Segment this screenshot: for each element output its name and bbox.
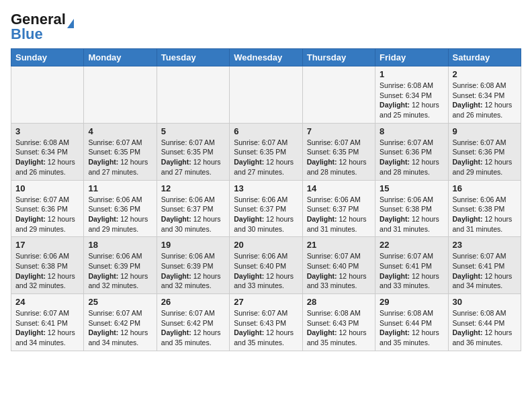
day-info: Sunrise: 6:06 AM [234,251,298,261]
calendar-week-0: 1Sunrise: 6:08 AMSunset: 6:34 PMDaylight… [11,66,521,124]
day-info: Daylight: 12 hours and 35 minutes. [380,328,443,347]
calendar-cell: 6Sunrise: 6:07 AMSunset: 6:35 PMDaylight… [230,123,302,180]
day-info: Daylight: 12 hours and 34 minutes. [15,328,79,347]
calendar-cell: 13Sunrise: 6:06 AMSunset: 6:37 PMDayligh… [230,180,302,237]
day-number: 29 [380,297,443,307]
day-info: Sunrise: 6:07 AM [307,138,371,148]
calendar-week-1: 3Sunrise: 6:08 AMSunset: 6:34 PMDaylight… [11,123,521,180]
day-number: 6 [234,126,298,136]
calendar-cell: 2Sunrise: 6:08 AMSunset: 6:34 PMDaylight… [448,66,521,124]
calendar-cell: 3Sunrise: 6:08 AMSunset: 6:34 PMDaylight… [11,123,84,180]
day-info: Sunrise: 6:06 AM [453,195,517,205]
day-number: 1 [380,69,443,79]
calendar-cell: 24Sunrise: 6:07 AMSunset: 6:41 PMDayligh… [11,294,84,351]
day-number: 18 [88,240,152,250]
day-number: 17 [15,240,79,250]
day-info: Daylight: 12 hours and 32 minutes. [88,271,152,291]
calendar-cell: 9Sunrise: 6:07 AMSunset: 6:36 PMDaylight… [448,123,521,180]
day-info: Daylight: 12 hours and 35 minutes. [307,328,371,347]
day-info: Sunset: 6:39 PM [161,261,225,271]
day-number: 14 [307,183,371,193]
calendar-table: SundayMondayTuesdayWednesdayThursdayFrid… [11,48,521,351]
day-info: Sunset: 6:36 PM [88,204,152,214]
day-header-sunday: Sunday [11,49,84,66]
day-info: Sunset: 6:42 PM [161,318,225,328]
day-info: Sunrise: 6:08 AM [380,308,443,318]
day-number: 23 [453,240,517,250]
day-info: Sunrise: 6:07 AM [88,308,152,318]
day-header-saturday: Saturday [448,49,521,66]
day-info: Sunrise: 6:08 AM [307,308,371,318]
day-info: Sunrise: 6:06 AM [307,195,371,205]
calendar-cell: 8Sunrise: 6:07 AMSunset: 6:36 PMDaylight… [375,123,448,180]
day-info: Sunset: 6:40 PM [307,261,371,271]
day-info: Sunset: 6:36 PM [380,147,443,157]
calendar-cell [84,66,157,124]
day-info: Sunset: 6:43 PM [307,318,371,328]
day-info: Daylight: 12 hours and 31 minutes. [307,214,371,234]
day-info: Sunset: 6:44 PM [380,318,443,328]
day-info: Sunset: 6:35 PM [88,147,152,157]
day-number: 15 [380,183,443,193]
day-info: Sunrise: 6:07 AM [234,138,298,148]
calendar-cell: 28Sunrise: 6:08 AMSunset: 6:43 PMDayligh… [302,294,375,351]
day-info: Sunset: 6:34 PM [380,91,443,101]
day-info: Sunrise: 6:08 AM [453,81,517,91]
day-info: Daylight: 12 hours and 33 minutes. [307,271,371,291]
day-info: Sunrise: 6:07 AM [380,251,443,261]
day-info: Daylight: 12 hours and 33 minutes. [380,271,443,291]
calendar-cell: 5Sunrise: 6:07 AMSunset: 6:35 PMDaylight… [157,123,229,180]
calendar-cell: 17Sunrise: 6:06 AMSunset: 6:38 PMDayligh… [11,237,84,294]
day-info: Sunrise: 6:08 AM [380,81,443,91]
calendar-cell: 30Sunrise: 6:08 AMSunset: 6:44 PMDayligh… [448,294,521,351]
day-info: Daylight: 12 hours and 36 minutes. [453,328,517,347]
day-info: Sunrise: 6:07 AM [15,308,79,318]
day-info: Daylight: 12 hours and 31 minutes. [453,214,517,234]
calendar-cell: 12Sunrise: 6:06 AMSunset: 6:37 PMDayligh… [157,180,229,237]
calendar-cell [230,66,302,124]
day-info: Sunrise: 6:06 AM [161,251,225,261]
day-info: Sunset: 6:42 PM [88,318,152,328]
day-number: 27 [234,297,298,307]
day-info: Sunrise: 6:08 AM [15,138,79,148]
calendar-cell: 18Sunrise: 6:06 AMSunset: 6:39 PMDayligh… [84,237,157,294]
day-info: Sunrise: 6:07 AM [453,251,517,261]
day-info: Sunset: 6:36 PM [453,147,517,157]
day-number: 25 [88,297,152,307]
day-info: Daylight: 12 hours and 34 minutes. [88,328,152,347]
day-number: 20 [234,240,298,250]
day-info: Daylight: 12 hours and 25 minutes. [380,100,443,120]
day-info: Sunrise: 6:06 AM [88,251,152,261]
day-header-friday: Friday [375,49,448,66]
day-info: Daylight: 12 hours and 32 minutes. [161,271,225,291]
calendar-cell: 22Sunrise: 6:07 AMSunset: 6:41 PMDayligh… [375,237,448,294]
day-number: 7 [307,126,371,136]
calendar-cell: 7Sunrise: 6:07 AMSunset: 6:35 PMDaylight… [302,123,375,180]
day-info: Daylight: 12 hours and 29 minutes. [88,214,152,234]
logo: General Blue [11,11,74,43]
day-info: Sunrise: 6:07 AM [234,308,298,318]
day-info: Sunset: 6:35 PM [307,147,371,157]
day-info: Sunset: 6:38 PM [453,204,517,214]
day-info: Daylight: 12 hours and 27 minutes. [161,157,225,177]
day-number: 16 [453,183,517,193]
calendar-cell: 29Sunrise: 6:08 AMSunset: 6:44 PMDayligh… [375,294,448,351]
logo-text-blue: Blue [11,26,43,43]
day-header-thursday: Thursday [302,49,375,66]
calendar-cell: 23Sunrise: 6:07 AMSunset: 6:41 PMDayligh… [448,237,521,294]
day-number: 11 [88,183,152,193]
calendar-cell: 11Sunrise: 6:06 AMSunset: 6:36 PMDayligh… [84,180,157,237]
calendar-cell: 14Sunrise: 6:06 AMSunset: 6:37 PMDayligh… [302,180,375,237]
day-info: Sunrise: 6:07 AM [15,195,79,205]
day-info: Sunset: 6:40 PM [234,261,298,271]
day-info: Sunrise: 6:07 AM [380,138,443,148]
calendar-week-2: 10Sunrise: 6:07 AMSunset: 6:36 PMDayligh… [11,180,521,237]
calendar-header-row: SundayMondayTuesdayWednesdayThursdayFrid… [11,49,521,66]
calendar-cell: 19Sunrise: 6:06 AMSunset: 6:39 PMDayligh… [157,237,229,294]
day-info: Sunrise: 6:07 AM [161,138,225,148]
day-info: Sunset: 6:34 PM [453,91,517,101]
day-info: Daylight: 12 hours and 29 minutes. [15,214,79,234]
day-number: 26 [161,297,225,307]
day-number: 22 [380,240,443,250]
day-info: Sunset: 6:36 PM [15,204,79,214]
